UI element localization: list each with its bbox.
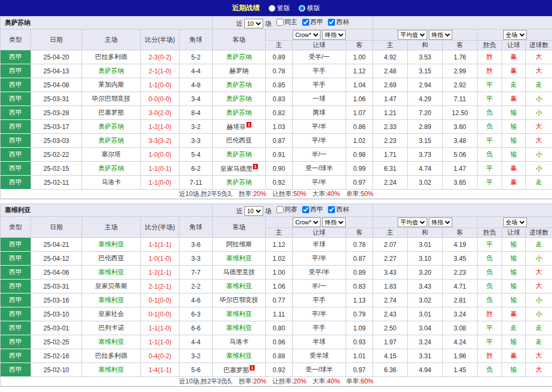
- vertical-layout-radio[interactable]: [268, 5, 275, 12]
- match-row: 西甲25-02-15奥萨苏纳1-1(0-1)6-2皇家马德里10.90受一/球半…: [1, 162, 552, 176]
- score-link[interactable]: 3-3(3-2): [141, 134, 180, 148]
- score-link[interactable]: 1-1(0-0): [141, 78, 180, 92]
- euro-away-odds-cell: 2.23: [443, 266, 478, 280]
- score-link[interactable]: 1-2(1-0): [141, 120, 180, 134]
- layout-option-horizontal[interactable]: 横版: [299, 4, 320, 13]
- games-count-select[interactable]: 10: [244, 19, 263, 28]
- filter-same-checkbox[interactable]: 同赛: [273, 205, 297, 214]
- result-scope-select[interactable]: 全场: [503, 217, 527, 227]
- score-link[interactable]: 1-1(1-0): [141, 321, 180, 335]
- euro-odds-time-select[interactable]: 终指: [429, 217, 452, 227]
- score-link[interactable]: 1-1(0-1): [141, 162, 180, 176]
- single-rate-stat: 单率:50%: [346, 190, 374, 198]
- result-goals-cell: 大: [526, 349, 552, 363]
- asian-odds-time-select[interactable]: 终指: [322, 30, 346, 40]
- same-checkbox-input[interactable]: [277, 19, 284, 26]
- col-asian-home: 主: [266, 228, 293, 238]
- asian-home-odds-cell: 0.80: [266, 321, 293, 335]
- filter-same-checkbox[interactable]: 同主: [273, 18, 297, 27]
- match-row: 西甲25-03-01巴列卡诺1-1(1-0)6-6塞维利亚0.80平手1.092…: [1, 321, 552, 335]
- score-link[interactable]: 1-1(1-0): [141, 335, 180, 349]
- asian-home-odds-cell: 1.02: [266, 252, 293, 266]
- league-badge-cell: 西甲: [1, 293, 31, 307]
- laliga-checkbox-input[interactable]: [302, 206, 309, 213]
- home-team-cell: 巴列卡诺: [82, 321, 141, 335]
- copa-checkbox-input[interactable]: [328, 19, 335, 26]
- asian-home-odds-cell: 0.92: [266, 176, 293, 190]
- score-link[interactable]: 1-2(1-1): [141, 266, 180, 280]
- result-handicap-cell: 输: [502, 335, 526, 349]
- away-team-cell: 皇家马德里1: [213, 162, 266, 176]
- euro-draw-odds-cell: 3.01: [408, 238, 443, 252]
- asian-odds-source-select[interactable]: Crow*: [293, 217, 320, 227]
- corner-score-cell: 2-2: [180, 280, 213, 293]
- score-link[interactable]: 0-1(0-0): [141, 293, 180, 307]
- filter-copa-checkbox[interactable]: 西杯: [325, 205, 349, 214]
- asian-handicap-cell: 半/一: [293, 280, 346, 293]
- euro-draw-odds-cell: 7.20: [408, 106, 443, 120]
- score-link[interactable]: 2-1(2-1): [141, 280, 180, 293]
- column-header-row: 类型 日期 主场 比分(半场) 角球 客场 Crow* 终指 平均值 终指 全场: [1, 217, 552, 228]
- result-goals-cell: 大: [526, 64, 552, 78]
- euro-draw-odds-cell: 3.31: [408, 349, 443, 363]
- asian-odds-controls: Crow* 终指: [266, 29, 373, 41]
- laliga-checkbox-input[interactable]: [302, 19, 309, 26]
- layout-option-vertical[interactable]: 竖版: [268, 4, 290, 13]
- filter-laliga-checkbox[interactable]: 西甲: [299, 18, 323, 27]
- score-link[interactable]: 1-0(1-0): [141, 252, 180, 266]
- result-outcome-cell: 平: [478, 176, 502, 190]
- asian-handicap-cell: 平/半: [293, 176, 346, 190]
- score-link[interactable]: 3-0(2-0): [141, 106, 180, 120]
- score-link[interactable]: 0-1(0-0): [141, 307, 180, 321]
- euro-odds-source-select[interactable]: 平均值: [398, 30, 427, 40]
- score-link[interactable]: 2-3(0-2): [141, 50, 180, 64]
- euro-away-odds-cell: 1.45: [443, 363, 478, 377]
- euro-home-odds-cell: 1.71: [373, 148, 408, 162]
- score-link[interactable]: 1-0(0-0): [141, 148, 180, 162]
- score-link[interactable]: 2-1(1-0): [141, 64, 180, 78]
- match-date-cell: 25-03-17: [31, 120, 82, 134]
- away-team-cell: 奥萨苏纳: [213, 50, 266, 64]
- score-link[interactable]: 1-4(1-1): [141, 363, 180, 377]
- corner-score-cell: 6-3: [180, 307, 213, 321]
- score-link[interactable]: 0-0(0-0): [141, 92, 180, 106]
- away-team-cell: 赫罗纳: [213, 64, 266, 78]
- league-badge-cell: 西甲: [1, 307, 31, 321]
- away-team-cell: 奥萨苏纳: [213, 148, 266, 162]
- filter-laliga-checkbox[interactable]: 西甲: [299, 205, 323, 214]
- col-asian-home: 主: [266, 41, 293, 50]
- asian-odds-source-select[interactable]: Crow*: [293, 30, 320, 40]
- score-link[interactable]: 1-1(0-0): [141, 176, 180, 190]
- asian-away-odds-cell: 1.09: [346, 321, 373, 335]
- asian-home-odds-cell: 0.83: [266, 92, 293, 106]
- asian-home-odds-cell: 1.06: [266, 280, 293, 293]
- corner-score-cell: 4-4: [180, 335, 213, 349]
- match-row: 西甲25-04-06塞维利亚1-2(1-1)7-7马德里竞技1.00受平/半0.…: [1, 266, 552, 280]
- match-date-cell: 25-03-03: [31, 134, 82, 148]
- copa-checkbox-input[interactable]: [328, 206, 335, 213]
- euro-odds-time-select[interactable]: 终指: [429, 30, 452, 40]
- asian-odds-time-select[interactable]: 终指: [322, 217, 346, 227]
- summary-prefix: 近10场,胜2平5负3,: [179, 190, 233, 198]
- result-scope-select[interactable]: 全场: [503, 30, 527, 40]
- euro-home-odds-cell: 1.97: [373, 335, 408, 349]
- col-asian-handicap: 让球: [293, 228, 346, 238]
- team-name: 塞维利亚: [1, 204, 213, 217]
- match-date-cell: 25-02-25: [31, 335, 82, 349]
- same-checkbox-input[interactable]: [277, 206, 284, 213]
- horizontal-layout-radio[interactable]: [299, 5, 305, 12]
- asian-handicap-cell: 两球: [293, 106, 346, 120]
- result-goals-cell: 小: [526, 92, 552, 106]
- asian-away-odds-cell: 0.89: [346, 266, 373, 280]
- filter-copa-checkbox[interactable]: 西杯: [325, 18, 349, 27]
- games-suffix-label: 场: [265, 207, 271, 215]
- games-count-select[interactable]: 10: [244, 206, 263, 216]
- asian-home-odds-cell: 1.11: [266, 307, 293, 321]
- euro-odds-source-select[interactable]: 平均值: [398, 217, 427, 227]
- euro-home-odds-cell: 4.92: [373, 50, 408, 64]
- result-handicap-cell: 输: [502, 252, 526, 266]
- score-link[interactable]: 1-1(1-1): [141, 238, 180, 252]
- home-team-cell: 莱加内斯: [82, 78, 141, 92]
- asian-handicap-cell: 受平/半: [293, 266, 346, 280]
- score-link[interactable]: 0-4(0-2): [141, 349, 180, 363]
